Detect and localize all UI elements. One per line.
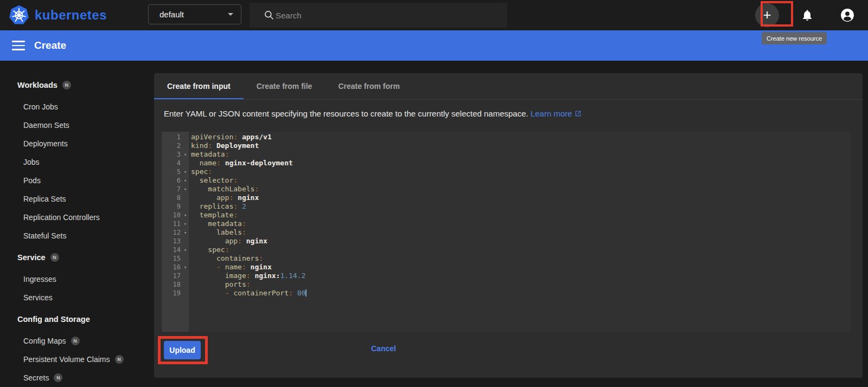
code-line[interactable]: metadata:: [191, 220, 851, 228]
kubernetes-helm-icon: [9, 5, 29, 25]
code-line[interactable]: metadata:: [191, 150, 851, 159]
sidebar-item-stateful-sets[interactable]: Stateful Sets: [0, 227, 151, 245]
code-line[interactable]: replicas: 2: [191, 202, 851, 211]
line-number: 13: [162, 237, 182, 246]
gutter-line: 17: [162, 272, 189, 280]
search-icon: [264, 10, 275, 21]
gutter-line: 14▾: [162, 246, 189, 254]
app-bar: Create: [0, 30, 868, 61]
code-line[interactable]: template:: [191, 211, 851, 220]
gutter-line: 2: [162, 141, 189, 150]
code-line[interactable]: ports:: [191, 280, 851, 289]
notifications-button[interactable]: [795, 3, 819, 27]
sidebar-item-cron-jobs[interactable]: Cron Jobs: [0, 98, 151, 116]
line-number: 14: [162, 246, 182, 254]
fold-arrow-icon[interactable]: ▾: [182, 150, 189, 159]
sidebar-item-label: Services: [23, 293, 53, 302]
sidebar-item-jobs[interactable]: Jobs: [0, 153, 151, 171]
namespace-selector[interactable]: default: [148, 4, 241, 24]
sidebar-item-label: Jobs: [23, 158, 40, 166]
namespaced-badge: N: [50, 253, 59, 262]
namespaced-badge: N: [71, 337, 80, 345]
text-cursor: [305, 289, 307, 296]
gutter-line: 19: [162, 289, 189, 298]
code-line[interactable]: labels:: [191, 228, 851, 237]
fold-arrow-icon[interactable]: ▾: [182, 263, 189, 272]
sidebar-item-daemon-sets[interactable]: Daemon Sets: [0, 116, 151, 134]
sidebar-item-label: Ingresses: [23, 275, 56, 283]
sidebar-item-label: Deployments: [23, 139, 68, 148]
code-line[interactable]: - name: nginx: [191, 263, 851, 272]
sidebar-item-deployments[interactable]: Deployments: [0, 134, 151, 153]
fold-arrow-icon[interactable]: ▾: [182, 220, 189, 228]
sidebar-item-label: Config Maps: [23, 337, 66, 345]
gutter-line: 5▾: [162, 167, 189, 176]
gutter-line: 13: [162, 237, 189, 246]
kubernetes-logo[interactable]: kubernetes: [0, 5, 136, 25]
gutter-line: 3▾: [162, 150, 189, 159]
code-line[interactable]: - containerPort: 80: [191, 289, 851, 298]
create-card: Create from inputCreate from fileCreate …: [154, 73, 863, 378]
account-button[interactable]: [835, 3, 859, 27]
learn-more-link[interactable]: Learn more: [531, 109, 582, 118]
code-line[interactable]: app: nginx: [191, 194, 851, 202]
line-number: 18: [162, 280, 182, 289]
search-bar[interactable]: [250, 3, 507, 28]
sidebar-item-label: Replica Sets: [23, 195, 66, 203]
code-line[interactable]: matchLabels:: [191, 185, 851, 194]
gutter-line: 12▾: [162, 228, 189, 237]
sidebar-section-service[interactable]: ServiceN: [0, 248, 151, 267]
bell-icon: [801, 9, 814, 22]
line-number: 10: [162, 211, 182, 220]
sidebar-item-config-maps[interactable]: Config MapsN: [0, 332, 151, 350]
fold-arrow-icon[interactable]: ▾: [182, 176, 189, 185]
sidebar-section-workloads[interactable]: WorkloadsN: [0, 76, 151, 94]
sidebar-section-label: Workloads: [17, 81, 58, 89]
page-title: Create: [34, 40, 66, 51]
code-line[interactable]: apiVersion: apps/v1: [191, 133, 851, 141]
tab-create-from-input[interactable]: Create from input: [154, 73, 244, 99]
line-number: 6: [162, 176, 182, 185]
line-number: 19: [162, 289, 182, 298]
code-line[interactable]: selector:: [191, 176, 851, 185]
code-line[interactable]: name: nginx-deployment: [191, 159, 851, 167]
sidebar-item-replica-sets[interactable]: Replica Sets: [0, 190, 151, 208]
namespace-selected-value: default: [159, 10, 228, 19]
code-line[interactable]: containers:: [191, 254, 851, 263]
top-bar: kubernetes default +: [0, 0, 868, 30]
fold-arrow-icon[interactable]: ▾: [182, 228, 189, 237]
sidebar-item-replication-controllers[interactable]: Replication Controllers: [0, 208, 151, 227]
sidebar-item-pods[interactable]: Pods: [0, 171, 151, 190]
code-line[interactable]: app: nginx: [191, 237, 851, 246]
code-line[interactable]: image: nginx:1.14.2: [191, 272, 851, 280]
create-new-resource-button[interactable]: +: [755, 3, 779, 27]
menu-icon[interactable]: [12, 41, 25, 50]
fold-arrow-icon[interactable]: ▾: [182, 211, 189, 220]
account-circle-icon: [840, 8, 854, 22]
tab-create-from-form[interactable]: Create from form: [325, 73, 413, 99]
code-line[interactable]: kind: Deployment: [191, 141, 851, 150]
line-number: 12: [162, 228, 182, 237]
sidebar-item-persistent-volume-claims[interactable]: Persistent Volume ClaimsN: [0, 350, 151, 369]
fold-arrow-icon[interactable]: ▾: [182, 246, 189, 254]
gutter-line: 1: [162, 133, 189, 141]
line-number: 9: [162, 202, 182, 211]
sidebar-section-config-and-storage[interactable]: Config and Storage: [0, 310, 151, 328]
gutter-line: 8: [162, 194, 189, 202]
upload-button[interactable]: Upload: [164, 341, 201, 359]
tab-create-from-file[interactable]: Create from file: [244, 73, 326, 99]
search-input[interactable]: [276, 11, 482, 20]
fold-arrow-icon[interactable]: ▾: [182, 167, 189, 176]
code-line[interactable]: spec:: [191, 167, 851, 176]
line-number: 5: [162, 167, 182, 176]
cancel-button[interactable]: Cancel: [371, 344, 396, 353]
sidebar-item-services[interactable]: Services: [0, 288, 151, 307]
fold-arrow-icon[interactable]: ▾: [182, 185, 189, 194]
sidebar-item-ingresses[interactable]: Ingresses: [0, 270, 151, 288]
external-link-icon: [575, 110, 582, 117]
code-line[interactable]: spec:: [191, 246, 851, 254]
editor-gutter: 123▾45▾6▾7▾8910▾11▾12▾1314▾1516▾171819: [162, 132, 189, 332]
yaml-code-editor[interactable]: 123▾45▾6▾7▾8910▾11▾12▾1314▾1516▾171819 a…: [162, 132, 851, 332]
editor-code-area[interactable]: apiVersion: apps/v1kind: Deploymentmetad…: [189, 132, 851, 332]
sidebar-item-secrets[interactable]: SecretsN: [0, 369, 151, 387]
